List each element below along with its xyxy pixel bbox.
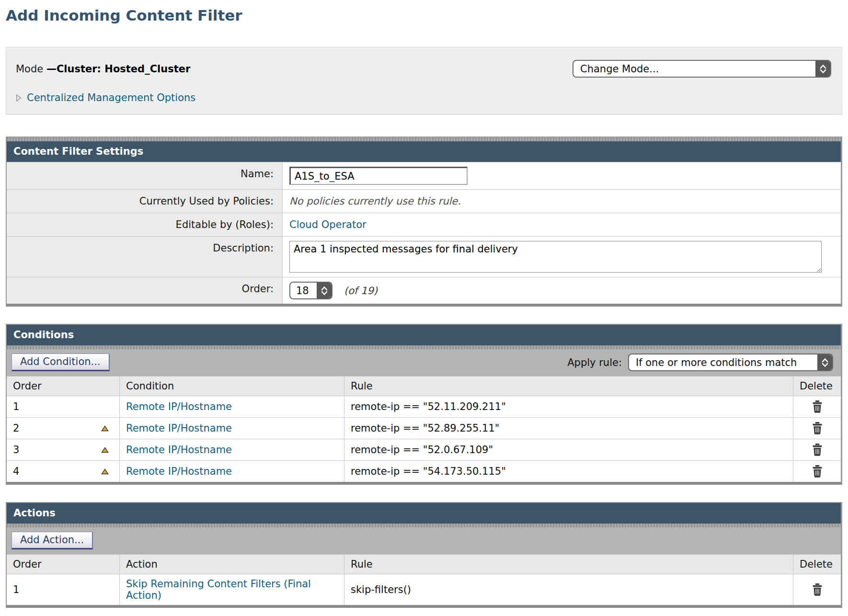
condition-link[interactable]: Remote IP/Hostname <box>126 401 232 412</box>
editable-row: Editable by (Roles): Cloud Operator <box>7 213 841 236</box>
col-header-condition: Condition <box>119 376 344 396</box>
actions-section-header: Actions <box>7 503 841 524</box>
condition-rule: remote-ip == "52.0.67.109" <box>344 439 793 460</box>
condition-rule: remote-ip == "52.89.255.11" <box>344 418 793 439</box>
texture-strip <box>7 345 841 349</box>
condition-order: 4 <box>13 466 19 477</box>
name-row: Name: <box>7 162 841 189</box>
policies-value: No policies currently use this rule. <box>289 195 461 207</box>
conditions-toolbar: Add Condition... Apply rule: If one or m… <box>7 349 841 376</box>
action-rule: skip-filters() <box>344 574 793 605</box>
condition-order: 2 <box>13 422 19 434</box>
add-action-button[interactable]: Add Action... <box>11 532 93 549</box>
action-row: 1 Skip Remaining Content Filters (Final … <box>7 574 841 605</box>
conditions-section: Conditions Add Condition... Apply rule: … <box>6 324 842 485</box>
cloud-operator-link[interactable]: Cloud Operator <box>289 219 367 230</box>
col-header-delete: Delete <box>793 376 841 396</box>
action-link[interactable]: Skip Remaining Content Filters (Final Ac… <box>126 578 338 601</box>
delete-trash-icon[interactable] <box>811 400 824 413</box>
page-title: Add Incoming Content Filter <box>6 7 842 24</box>
col-header-rule: Rule <box>344 555 793 574</box>
policies-row: Currently Used by Policies: No policies … <box>7 189 841 213</box>
apply-rule-select-value: If one or more conditions match <box>629 354 817 370</box>
actions-section: Actions Add Action... Order Action Rule … <box>6 502 842 608</box>
move-up-icon[interactable] <box>101 468 109 475</box>
delete-trash-icon[interactable] <box>811 465 824 478</box>
add-condition-button[interactable]: Add Condition... <box>11 354 110 371</box>
conditions-table-header: Order Condition Rule Delete <box>7 376 841 396</box>
condition-row: 4 Remote IP/Hostname remote-ip == "54.17… <box>7 460 841 482</box>
condition-link[interactable]: Remote IP/Hostname <box>126 466 232 477</box>
delete-trash-icon[interactable] <box>811 422 824 435</box>
col-header-order: Order <box>7 555 119 574</box>
editable-label: Editable by (Roles): <box>7 213 283 236</box>
delete-trash-icon[interactable] <box>811 583 824 596</box>
select-spinner-icon <box>815 61 830 77</box>
mode-panel: Mode —Cluster: Hosted_Cluster Change Mod… <box>6 47 842 114</box>
delete-trash-icon[interactable] <box>811 443 824 456</box>
select-spinner-icon <box>317 283 332 298</box>
col-header-rule: Rule <box>344 376 793 396</box>
condition-row: 1 Remote IP/Hostname remote-ip == "52.11… <box>7 396 841 417</box>
mode-text: Mode —Cluster: Hosted_Cluster <box>16 63 190 75</box>
apply-rule-select[interactable]: If one or more conditions match <box>628 354 833 371</box>
order-select[interactable]: 18 <box>289 282 332 299</box>
move-up-icon[interactable] <box>101 425 109 432</box>
condition-order: 3 <box>13 444 19 456</box>
action-order: 1 <box>13 584 19 595</box>
name-label: Name: <box>7 162 283 189</box>
texture-strip <box>7 524 841 527</box>
move-up-icon[interactable] <box>101 447 109 453</box>
mode-label: Mode <box>16 63 46 75</box>
centralized-management-options-link[interactable]: Centralized Management Options <box>27 92 195 103</box>
texture-strip <box>7 137 841 141</box>
actions-toolbar: Add Action... <box>7 527 841 554</box>
change-mode-select[interactable]: Change Mode... <box>573 60 831 78</box>
condition-rule: remote-ip == "52.11.209.211" <box>344 396 793 417</box>
condition-order: 1 <box>13 401 19 412</box>
col-header-order: Order <box>7 376 119 396</box>
order-of-total: (of 19) <box>344 285 378 297</box>
policies-label: Currently Used by Policies: <box>7 190 283 213</box>
order-row: Order: 18 (of 19) <box>7 277 841 304</box>
disclosure-triangle-icon[interactable] <box>16 94 22 102</box>
condition-row: 3 Remote IP/Hostname remote-ip == "52.0.… <box>7 439 841 460</box>
apply-rule-label: Apply rule: <box>567 357 622 368</box>
col-header-action: Action <box>119 555 344 574</box>
select-spinner-icon <box>817 354 832 370</box>
add-incoming-content-filter-page: Add Incoming Content Filter Mode —Cluste… <box>0 0 848 616</box>
name-input[interactable] <box>289 167 468 185</box>
description-label: Description: <box>7 237 283 277</box>
actions-table-header: Order Action Rule Delete <box>7 554 841 574</box>
change-mode-select-value: Change Mode... <box>573 61 815 77</box>
condition-row: 2 Remote IP/Hostname remote-ip == "52.89… <box>7 417 841 439</box>
order-select-value: 18 <box>290 283 317 298</box>
condition-link[interactable]: Remote IP/Hostname <box>126 444 232 456</box>
conditions-section-header: Conditions <box>7 325 841 345</box>
settings-section-header: Content Filter Settings <box>7 141 841 162</box>
col-header-delete: Delete <box>793 555 841 574</box>
condition-rule: remote-ip == "54.173.50.115" <box>344 461 793 482</box>
condition-link[interactable]: Remote IP/Hostname <box>126 422 232 434</box>
order-label: Order: <box>7 277 283 304</box>
mode-value: —Cluster: Hosted_Cluster <box>46 63 190 75</box>
content-filter-settings-section: Content Filter Settings Name: Currently … <box>6 137 842 307</box>
description-textarea[interactable]: Area 1 inspected messages for final deli… <box>289 241 822 273</box>
description-row: Description: Area 1 inspected messages f… <box>7 236 841 277</box>
